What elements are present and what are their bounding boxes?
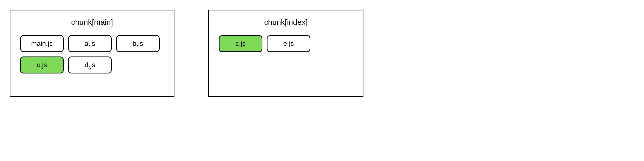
chunk-box-index: chunk[index] c.js e.js — [208, 10, 364, 97]
module-main-js: main.js — [20, 35, 64, 52]
chunk-title-index: chunk[index] — [219, 18, 353, 27]
module-e-js: e.js — [267, 35, 310, 52]
module-a-js: a.js — [68, 35, 112, 52]
chunk-title-main: chunk[main] — [20, 18, 164, 27]
module-d-js: d.js — [68, 56, 112, 74]
module-c-js-index: c.js — [219, 35, 262, 52]
chunk-box-main: chunk[main] main.js a.js b.js c.js d.js — [10, 10, 174, 97]
modules-grid-index: c.js e.js — [219, 35, 353, 52]
modules-grid-main: main.js a.js b.js c.js d.js — [20, 35, 164, 74]
diagram-container: chunk[main] main.js a.js b.js c.js d.js … — [10, 10, 634, 97]
module-b-js: b.js — [116, 35, 160, 52]
module-c-js-main: c.js — [20, 56, 64, 74]
